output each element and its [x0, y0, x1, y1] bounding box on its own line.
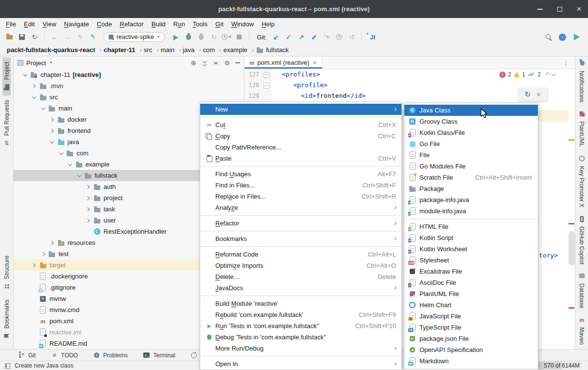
- menu-item[interactable]: New: [200, 104, 401, 115]
- menu-bar-item[interactable]: Run: [170, 19, 189, 29]
- menu-bar-item[interactable]: View: [38, 19, 60, 29]
- tree-toggle-icon[interactable]: [30, 93, 39, 101]
- sync-icon[interactable]: ↻: [29, 32, 40, 42]
- tree-row[interactable]: chapter-11[reactive]: [14, 69, 244, 80]
- menu-item[interactable]: HTML File: [404, 221, 538, 232]
- menu-bar-item[interactable]: Tools: [189, 19, 211, 29]
- tool-window-tab[interactable]: PlantUML: [578, 110, 586, 147]
- menu-item[interactable]: Helm Chart: [404, 299, 538, 311]
- collapse-all-icon[interactable]: [213, 60, 219, 66]
- inspections-widget[interactable]: 2 1 2: [499, 71, 555, 78]
- breadcrumb-item[interactable]: fullstack: [256, 46, 289, 54]
- run-button[interactable]: ▶: [171, 32, 181, 42]
- menu-item[interactable]: PasteCtrl+V: [200, 153, 401, 164]
- breadcrumb-item[interactable]: chapter-11: [104, 46, 144, 54]
- ide-update-icon[interactable]: ↑: [559, 34, 566, 41]
- reload-icon[interactable]: ↻: [525, 90, 531, 99]
- tree-toggle-icon[interactable]: [20, 71, 30, 79]
- menu-item[interactable]: Bookmarks: [200, 233, 401, 244]
- tree-toggle-icon[interactable]: [30, 340, 39, 348]
- tree-toggle-icon[interactable]: [48, 127, 57, 135]
- breadcrumb-item[interactable]: main: [161, 46, 183, 54]
- menu-item[interactable]: Optimize ImportsCtrl+Alt+O: [200, 260, 401, 271]
- back-icon[interactable]: ←: [49, 32, 60, 42]
- tool-window-tab[interactable]: Maven: [578, 316, 586, 345]
- menu-item[interactable]: Analyze: [200, 202, 401, 213]
- tool-window-tab[interactable]: Git: [18, 352, 36, 359]
- menu-item[interactable]: JavaDocs: [200, 282, 401, 294]
- gradient-run-icon[interactable]: [573, 34, 580, 41]
- tool-window-tab[interactable]: GitHub Copilot: [578, 215, 586, 264]
- tree-toggle-icon[interactable]: [84, 194, 93, 202]
- tree-toggle-icon[interactable]: [66, 161, 75, 168]
- breadcrumb-item[interactable]: src: [144, 46, 161, 54]
- menu-bar-item[interactable]: Build: [148, 19, 170, 29]
- tree-toggle-icon[interactable]: [84, 205, 93, 213]
- editor-tab[interactable]: m pom.xml (reactive) ✕: [245, 56, 322, 69]
- menu-item[interactable]: Stylesheet: [404, 255, 538, 266]
- tool-window-tab[interactable]: Project: [2, 57, 11, 95]
- next-edit-location-icon[interactable]: ↰: [87, 32, 98, 42]
- last-edit-location-icon[interactable]: ↰: [75, 32, 85, 42]
- menu-item[interactable]: More Run/Debug: [200, 343, 401, 354]
- save-icon[interactable]: [17, 32, 27, 42]
- breadcrumb-item[interactable]: com: [203, 46, 224, 54]
- menu-item[interactable]: Find in Files...Ctrl+Shift+F: [200, 180, 401, 191]
- menu-item[interactable]: Go File: [404, 138, 538, 149]
- breadcrumb-item[interactable]: packt-fullstack-quarkus-react: [7, 46, 104, 54]
- menu-bar-item[interactable]: Git: [211, 19, 228, 29]
- tree-toggle-icon[interactable]: [84, 217, 93, 224]
- menu-item[interactable]: Kotlin Script: [404, 232, 538, 243]
- scrollbar-thumb[interactable]: [569, 231, 575, 265]
- menu-item[interactable]: Kotlin Worksheet: [404, 243, 538, 255]
- run-with-coverage-icon[interactable]: [196, 32, 207, 42]
- breadcrumb-item[interactable]: example: [223, 46, 255, 54]
- tree-toggle-icon[interactable]: [30, 329, 39, 336]
- run-more-icon[interactable]: [221, 32, 232, 42]
- menu-item[interactable]: package.json File: [404, 333, 538, 344]
- debug-button[interactable]: [183, 32, 194, 42]
- memory-indicator[interactable]: 570 of 6144M: [534, 362, 582, 370]
- stop-icon[interactable]: [234, 32, 245, 42]
- open-icon[interactable]: [4, 32, 15, 42]
- tree-toggle-icon[interactable]: [75, 172, 84, 180]
- menu-bar-item[interactable]: File: [2, 19, 20, 29]
- search-icon[interactable]: [545, 34, 552, 40]
- menu-item[interactable]: Package: [404, 183, 538, 194]
- menu-item[interactable]: Build Module 'reactive': [200, 298, 401, 309]
- tree-toggle-icon[interactable]: [38, 250, 48, 258]
- tool-window-tab[interactable]: Bookmarks: [2, 295, 11, 344]
- tree-toggle-icon[interactable]: [30, 273, 39, 280]
- menu-bar-item[interactable]: Edit: [20, 19, 38, 29]
- editor-options-icon[interactable]: ⋮: [563, 59, 575, 66]
- tree-toggle-icon[interactable]: [48, 239, 57, 247]
- layout-icon[interactable]: [5, 363, 10, 369]
- menu-item[interactable]: CopyCtrl+C: [200, 130, 401, 142]
- profile-icon[interactable]: ↻: [209, 32, 219, 42]
- plugin-icon[interactable]: JI: [366, 32, 377, 42]
- tree-toggle-icon[interactable]: [38, 105, 48, 112]
- menu-item[interactable]: CutCtrl+X: [200, 119, 401, 130]
- menu-item[interactable]: package-info.java: [404, 194, 538, 205]
- tree-toggle-icon[interactable]: [30, 82, 39, 90]
- tab-close-icon[interactable]: ✕: [312, 59, 317, 66]
- tree-toggle-icon[interactable]: [84, 228, 93, 236]
- gear-icon[interactable]: ⚙: [224, 60, 230, 66]
- title-bar[interactable]: packt-fullstack-quarkus-react – pom.xml …: [0, 0, 588, 18]
- menu-item[interactable]: Excalidraw File: [404, 266, 538, 277]
- tree-toggle-icon[interactable]: [48, 138, 57, 146]
- tree-toggle-icon[interactable]: [84, 183, 93, 191]
- fold-icon[interactable]: [262, 91, 270, 101]
- next-issue-icon[interactable]: [551, 72, 556, 76]
- menu-item[interactable]: PlantUML File: [404, 288, 538, 299]
- tool-window-tab[interactable]: Terminal: [142, 352, 175, 359]
- tree-toggle-icon[interactable]: [30, 295, 39, 303]
- tool-window-tab[interactable]: Key Promoter X: [578, 155, 586, 207]
- menu-item[interactable]: Markdown: [404, 355, 538, 367]
- tree-toggle-icon[interactable]: [30, 261, 39, 269]
- select-opened-file-icon[interactable]: ⊕: [191, 59, 197, 66]
- git-edit-icon[interactable]: [308, 32, 319, 42]
- menu-item[interactable]: OpenAPI Specification: [404, 344, 538, 355]
- prev-issue-icon[interactable]: [546, 72, 550, 77]
- tool-window-tab[interactable]: Problems: [93, 352, 128, 359]
